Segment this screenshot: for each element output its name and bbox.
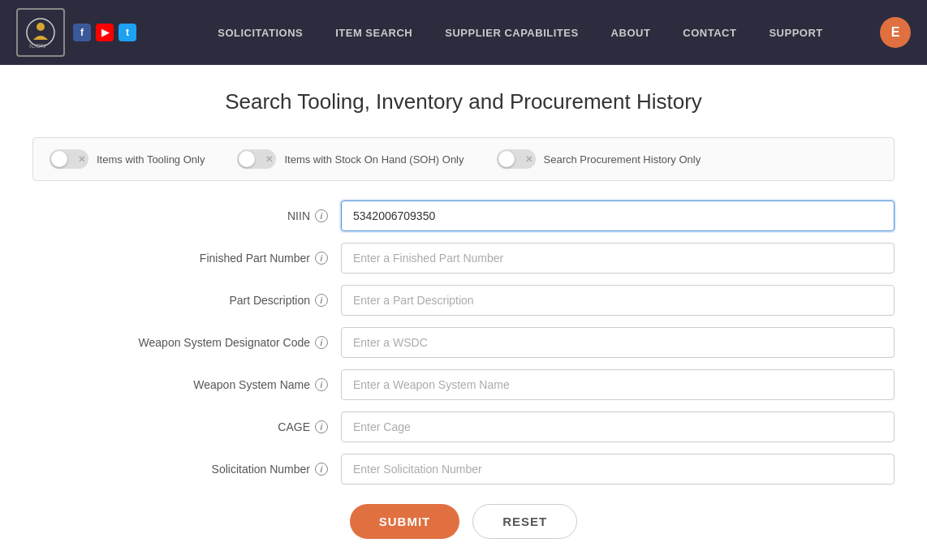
solicitation-number-input[interactable] (341, 454, 895, 485)
reset-button[interactable]: RESET (472, 504, 577, 539)
cage-info-icon[interactable]: i (315, 420, 328, 433)
part-description-row: Part Description i (32, 285, 895, 316)
weapon-system-name-input[interactable] (341, 369, 895, 400)
toggle-tooling-switch[interactable]: ✕ (50, 149, 88, 169)
finished-part-number-label: Finished Part Number i (32, 252, 341, 265)
weapon-system-name-label: Weapon System Name i (32, 378, 341, 391)
toggle-soh-switch[interactable]: ✕ (237, 149, 276, 169)
nav-supplier-capabilities[interactable]: SUPPLIER CAPABILITES (429, 19, 594, 47)
wsdc-input[interactable] (341, 327, 895, 358)
solicitation-number-row: Solicitation Number i (32, 454, 895, 485)
nav-support[interactable]: SUPPORT (752, 19, 839, 47)
wsdc-row: Weapon System Designator Code i (32, 327, 895, 358)
solicitation-number-info-icon[interactable]: i (315, 463, 328, 476)
toggle-procurement-switch[interactable]: ✕ (497, 149, 536, 169)
toggle-tooling[interactable]: ✕ Items with Tooling Only (50, 149, 205, 169)
finished-part-number-info-icon[interactable]: i (315, 252, 328, 265)
nav-about[interactable]: ABOUT (595, 19, 667, 47)
svg-text:ICON: ICON (29, 42, 45, 48)
logo: ICON (16, 8, 65, 57)
cage-label: CAGE i (32, 420, 341, 433)
weapon-system-name-info-icon[interactable]: i (315, 378, 328, 391)
toggle-tooling-label: Items with Tooling Only (97, 153, 205, 166)
niin-input[interactable] (341, 200, 895, 231)
toggle-soh-label: Items with Stock On Hand (SOH) Only (284, 153, 464, 166)
user-avatar-button[interactable]: E (880, 17, 911, 48)
solicitation-number-label: Solicitation Number i (32, 463, 341, 476)
svg-point-1 (37, 23, 45, 31)
nav-contact[interactable]: CONTACT (666, 19, 752, 47)
submit-button[interactable]: SUBMIT (350, 504, 460, 539)
page-title: Search Tooling, Inventory and Procuremen… (32, 89, 895, 114)
search-form: NIIN i Finished Part Number i Part Descr… (32, 200, 895, 539)
toggle-procurement[interactable]: ✕ Search Procurement History Only (497, 149, 701, 169)
nav-solicitations[interactable]: SOLICITATIONS (201, 19, 319, 47)
part-description-input[interactable] (341, 285, 895, 316)
twitter-icon[interactable]: t (119, 24, 136, 41)
form-buttons: SUBMIT RESET (32, 504, 895, 539)
part-description-label: Part Description i (32, 294, 341, 307)
navbar: ICON f ▶ t SOLICITATIONS ITEM SEARCH SUP… (0, 0, 927, 65)
niin-info-icon[interactable]: i (315, 209, 328, 222)
social-icons: f ▶ t (73, 24, 136, 41)
weapon-system-name-row: Weapon System Name i (32, 369, 895, 400)
toggle-procurement-label: Search Procurement History Only (544, 153, 701, 166)
main-content: Search Tooling, Inventory and Procuremen… (0, 65, 927, 560)
facebook-icon[interactable]: f (73, 24, 91, 41)
niin-label: NIIN i (32, 209, 341, 222)
wsdc-info-icon[interactable]: i (315, 336, 328, 349)
toggle-row: ✕ Items with Tooling Only ✕ Items with S… (32, 137, 895, 181)
cage-row: CAGE i (32, 411, 895, 442)
cage-input[interactable] (341, 411, 895, 442)
finished-part-number-input[interactable] (341, 243, 895, 274)
niin-row: NIIN i (32, 200, 895, 231)
part-description-info-icon[interactable]: i (315, 294, 328, 307)
wsdc-label: Weapon System Designator Code i (32, 336, 341, 349)
nav-links: SOLICITATIONS ITEM SEARCH SUPPLIER CAPAB… (161, 19, 880, 47)
finished-part-number-row: Finished Part Number i (32, 243, 895, 274)
toggle-soh[interactable]: ✕ Items with Stock On Hand (SOH) Only (237, 149, 464, 169)
youtube-icon[interactable]: ▶ (96, 24, 114, 41)
nav-item-search[interactable]: ITEM SEARCH (319, 19, 429, 47)
